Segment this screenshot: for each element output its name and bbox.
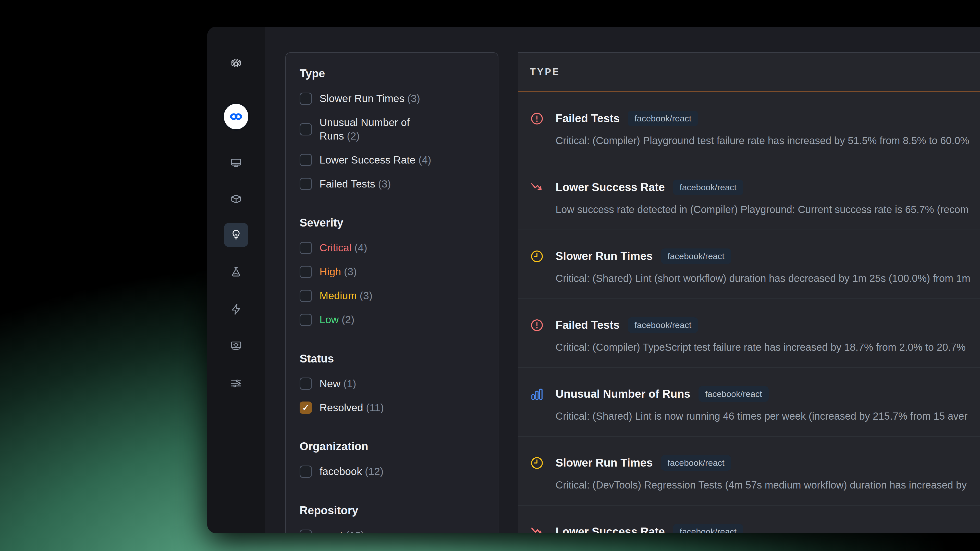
checkbox[interactable] (300, 266, 312, 278)
checkbox[interactable] (300, 242, 312, 254)
option-label: Slower Run Times (320, 93, 404, 104)
option-label: High (320, 266, 341, 278)
option-count: (12) (346, 530, 364, 533)
list-header: TYPE (518, 53, 980, 92)
repo-badge: facebook/react (673, 179, 743, 195)
alert-row-partial[interactable]: Lower Success Rate facebook/react (518, 506, 980, 533)
lightning-icon[interactable] (224, 297, 248, 322)
monitor-icon[interactable] (224, 151, 248, 175)
checkbox[interactable] (300, 314, 312, 326)
alert-title: Lower Success Rate (555, 524, 665, 533)
filter-section-severity: Severity Critical (4) High (3) Medium (3… (300, 216, 484, 327)
filter-section-organization: Organization facebook (12) (300, 440, 484, 478)
list-header-title: TYPE (530, 67, 560, 77)
alert-circle-icon (530, 112, 544, 125)
checkbox[interactable] (300, 290, 312, 302)
alert-row-unusual-number-of-runs[interactable]: Unusual Number of Runs facebook/react Cr… (518, 368, 980, 437)
filter-option-facebook[interactable]: facebook (12) (300, 465, 484, 478)
clock-icon (530, 249, 544, 263)
lightbulb-icon[interactable] (224, 223, 248, 247)
filter-section-title: Organization (300, 440, 484, 453)
package-icon[interactable] (224, 187, 248, 212)
filter-section-title: Repository (300, 504, 484, 517)
filter-section-title: Status (300, 352, 484, 365)
option-count: (3) (407, 93, 420, 104)
repo-badge: facebook/react (628, 111, 698, 126)
alert-title: Failed Tests (555, 318, 620, 332)
alert-title: Unusual Number of Runs (555, 387, 690, 401)
option-count: (4) (418, 154, 431, 166)
alert-row-slower-run-times[interactable]: Slower Run Times facebook/react Critical… (518, 437, 980, 506)
meta-logo-circle (224, 104, 248, 129)
option-label: Medium (320, 290, 357, 302)
alert-description: Critical: (Compiler) TypeScript test fai… (555, 341, 980, 353)
checkbox[interactable] (300, 178, 312, 190)
repo-badge: facebook/react (673, 524, 743, 533)
alert-description: Critical: (Shared) Lint is now running 4… (555, 410, 980, 422)
checkbox-checked[interactable] (300, 402, 312, 414)
checkbox[interactable] (300, 154, 312, 166)
option-count: (3) (344, 266, 357, 278)
alert-description: Critical: (Shared) Lint (short workflow)… (555, 272, 980, 284)
option-count: (1) (343, 378, 356, 389)
checkbox[interactable] (300, 530, 312, 533)
repo-badge: facebook/react (698, 386, 769, 402)
checkbox[interactable] (300, 378, 312, 390)
option-count: (4) (355, 242, 367, 254)
results-panel: TYPE Failed Tests facebook/react Critica… (518, 52, 980, 533)
alert-row-slower-run-times[interactable]: Slower Run Times facebook/react Critical… (518, 230, 980, 299)
filter-option-failed-tests[interactable]: Failed Tests (3) (300, 177, 484, 191)
clock-icon (530, 456, 544, 470)
grid-cube-icon[interactable] (224, 51, 248, 76)
option-label: react (320, 530, 343, 533)
filter-option-slower-run-times[interactable]: Slower Run Times (3) (300, 92, 484, 106)
option-count: (12) (365, 465, 383, 477)
alert-row-failed-tests[interactable]: Failed Tests facebook/react Critical: (C… (518, 299, 980, 368)
trending-down-icon (530, 525, 544, 533)
alert-description: Low success rate detected in (Compiler) … (555, 203, 980, 216)
option-label: Lower Success Rate (320, 154, 415, 166)
filter-option-react[interactable]: react (12) (300, 529, 484, 533)
alert-title: Slower Run Times (555, 456, 653, 470)
alert-row-lower-success-rate[interactable]: Lower Success Rate facebook/react Low su… (518, 161, 980, 230)
option-count: (3) (378, 178, 391, 190)
filter-section-status: Status New (1) Resolved (11) (300, 352, 484, 415)
meta-logo[interactable] (224, 104, 248, 129)
filter-option-new[interactable]: New (1) (300, 377, 484, 391)
filter-option-low[interactable]: Low (2) (300, 313, 484, 327)
flask-icon[interactable] (224, 260, 248, 284)
option-label: Low (320, 314, 339, 326)
checkbox[interactable] (300, 93, 312, 105)
filter-option-critical[interactable]: Critical (4) (300, 241, 484, 255)
filter-panel: Type Slower Run Times (3) Unusual Number… (285, 52, 498, 533)
option-count: (2) (347, 130, 360, 142)
option-label: Failed Tests (320, 178, 375, 190)
sliders-icon[interactable] (224, 371, 248, 395)
option-count: (3) (360, 290, 372, 302)
filter-option-unusual-number-of-runs[interactable]: Unusual Number of Runs (2) (300, 116, 484, 143)
checkbox[interactable] (300, 123, 312, 135)
option-label: facebook (320, 465, 362, 477)
repo-badge: facebook/react (628, 318, 698, 333)
trending-down-icon (530, 181, 544, 194)
filter-option-medium[interactable]: Medium (3) (300, 289, 484, 303)
banknote-icon[interactable] (224, 333, 248, 357)
filter-option-lower-success-rate[interactable]: Lower Success Rate (4) (300, 153, 484, 167)
repo-badge: facebook/react (661, 248, 731, 264)
filter-column: Type Slower Run Times (3) Unusual Number… (265, 27, 518, 533)
alert-description: Critical: (DevTools) Regression Tests (4… (555, 479, 980, 491)
alert-title: Lower Success Rate (555, 180, 665, 194)
filter-section-repository: Repository react (12) (300, 504, 484, 533)
option-count: (2) (342, 314, 355, 326)
app-window: Type Slower Run Times (3) Unusual Number… (207, 27, 980, 533)
checkbox[interactable] (300, 465, 312, 478)
alert-row-failed-tests[interactable]: Failed Tests facebook/react Critical: (C… (518, 92, 980, 161)
option-label: Unusual Number of Runs (320, 117, 410, 142)
alert-circle-icon (530, 318, 544, 332)
filter-section-type: Type Slower Run Times (3) Unusual Number… (300, 67, 484, 191)
filter-option-high[interactable]: High (3) (300, 265, 484, 279)
bar-chart-icon (530, 387, 544, 401)
filter-option-resolved[interactable]: Resolved (11) (300, 401, 484, 414)
option-label: Resolved (320, 402, 363, 413)
filter-section-title: Severity (300, 216, 484, 229)
